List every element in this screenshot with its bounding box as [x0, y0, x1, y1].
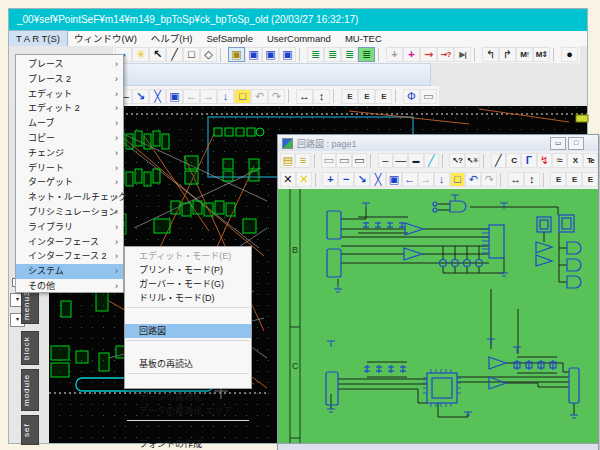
line-thick-icon[interactable]: ▬	[408, 153, 423, 168]
undo-icon[interactable]: ↶	[465, 172, 481, 187]
menu-item-pre-simulation[interactable]: プリシミュレーション ›	[16, 205, 123, 220]
tab-module[interactable]: module	[21, 369, 39, 411]
layer-stack1-icon[interactable]: ≣	[307, 47, 324, 62]
edge-tool1-icon[interactable]: E	[341, 89, 358, 104]
back-icon[interactable]: ←	[183, 89, 200, 104]
rect-tool-icon[interactable]: □	[183, 47, 200, 62]
pick-query-icon[interactable]: ↖?	[449, 153, 464, 168]
mirror-swap-icon[interactable]: M⇕	[533, 47, 550, 62]
layer-stack4-icon[interactable]: ≣	[358, 47, 375, 62]
tab-block[interactable]: block	[21, 331, 39, 365]
text-tool-icon[interactable]: Te	[583, 153, 598, 168]
move-cross-icon[interactable]: +	[386, 47, 403, 62]
draw-line-icon[interactable]: ╱	[491, 153, 506, 168]
reroute-query-icon[interactable]: ⇝?	[437, 47, 454, 62]
edge-tool2-icon[interactable]: E	[566, 172, 582, 187]
fit-height-icon[interactable]: ↕	[313, 89, 330, 104]
maximize-button[interactable]: □	[568, 137, 584, 150]
menu-tart[interactable]: T A R T(S)	[9, 31, 67, 46]
select-arrow-icon[interactable]: ↖	[149, 47, 166, 62]
pan-diagonal-icon[interactable]: ↘	[354, 172, 370, 187]
menu-item-place[interactable]: プレース ›	[16, 57, 123, 72]
menu-item-net-rule-check[interactable]: ネット・ルールチェック ›	[16, 190, 123, 205]
highlight-box-icon[interactable]: □	[450, 172, 466, 187]
zoom-out-icon[interactable]: −	[338, 172, 354, 187]
window-titlebar[interactable]: _00¥sef¥PointSeF¥m14¥m149_bpToSp¥ck_bpTo…	[9, 9, 587, 31]
edge-tool3-icon[interactable]: E	[582, 172, 598, 187]
undo-icon[interactable]: ↶	[251, 89, 268, 104]
zoom-in-icon[interactable]: +	[322, 172, 338, 187]
down-icon[interactable]: ↓	[217, 89, 234, 104]
clear-x-icon[interactable]: ✕	[296, 172, 312, 187]
menu-window[interactable]: ウィンドウ(W)	[67, 31, 144, 46]
select-dots-small-icon[interactable]: ▭	[321, 153, 336, 168]
highlight-box-icon[interactable]: □	[234, 89, 251, 104]
reroute-icon[interactable]: ⇝	[420, 47, 437, 62]
skip-next-icon[interactable]: ▶|	[454, 47, 471, 62]
pad-edit-icon[interactable]: ▣	[262, 47, 279, 62]
mirror-up-icon[interactable]: M↑	[516, 47, 533, 62]
menu-item-interface2[interactable]: インターフェース 2 ›	[16, 249, 123, 264]
edge-tool3-icon[interactable]: E	[375, 89, 392, 104]
schematic-canvas[interactable]: B C	[278, 189, 598, 445]
turn-right-icon[interactable]: ↱	[499, 47, 516, 62]
zoom-frame-icon[interactable]: ▣	[386, 172, 402, 187]
net-flash-icon[interactable]: ↯	[537, 153, 552, 168]
layer-stack3-icon[interactable]: ≣	[341, 47, 358, 62]
menu-help[interactable]: ヘルプ(H)	[144, 31, 200, 46]
turn-left-icon[interactable]: ↰	[482, 47, 499, 62]
fit-height-icon[interactable]: ↕	[524, 172, 540, 187]
line-tool-icon[interactable]: ╱	[166, 47, 183, 62]
submenu-item-drill-mode[interactable]: ドリル・モード(D)	[125, 291, 251, 305]
submenu-item-schematic[interactable]: 回路図	[125, 324, 251, 338]
polygon-tool-icon[interactable]: ◇	[200, 47, 217, 62]
menu-item-edit2[interactable]: エディット 2 ›	[16, 101, 123, 116]
fit-width-icon[interactable]: ↔	[296, 89, 313, 104]
pages-icon[interactable]: ▤	[280, 153, 295, 168]
route-cross-icon[interactable]: +	[403, 47, 420, 62]
menu-item-place2[interactable]: プレース 2 ›	[16, 72, 123, 87]
menu-item-interface[interactable]: インターフェース ›	[16, 235, 123, 250]
fit-width-icon[interactable]: ↔	[508, 172, 524, 187]
menu-item-library[interactable]: ライブラリ ›	[16, 220, 123, 235]
pad-smd-icon[interactable]: ▣	[228, 47, 245, 62]
layer-stack2-icon[interactable]: ≣	[324, 47, 341, 62]
menu-item-target[interactable]: ターゲット ›	[16, 175, 123, 190]
select-dots-large-icon[interactable]: ▭	[352, 153, 367, 168]
down-icon[interactable]: ↓	[434, 172, 450, 187]
teardrop-icon[interactable]: ●	[561, 47, 578, 62]
forward-icon[interactable]: →	[418, 172, 434, 187]
zoom-area-icon[interactable]: ╳	[370, 172, 386, 187]
submenu-item-optimize-data[interactable]: データの最適化	[125, 390, 251, 404]
menu-item-delete[interactable]: デリート ›	[16, 161, 123, 176]
redo-icon[interactable]: ↷	[481, 172, 497, 187]
phi-icon[interactable]: Φ	[403, 89, 420, 104]
submenu-item-reload-board[interactable]: 基板の再読込	[125, 357, 251, 371]
pick-star-icon[interactable]: ↖✳	[465, 153, 480, 168]
line-cyan-icon[interactable]: ╱	[424, 153, 439, 168]
line-medium-icon[interactable]: —	[393, 153, 408, 168]
pad-move-icon[interactable]: ▣	[279, 47, 296, 62]
redo-icon[interactable]: ↷	[268, 89, 285, 104]
close-x-icon[interactable]: ✕	[280, 172, 296, 187]
list-icon[interactable]: ≡	[295, 153, 310, 168]
menu-item-copy[interactable]: コピー ›	[16, 131, 123, 146]
tab-sef[interactable]: sef	[21, 415, 39, 445]
back-icon[interactable]: ←	[402, 172, 418, 187]
delete-net-icon[interactable]: X	[567, 153, 582, 168]
approx-icon[interactable]: ≈	[552, 153, 567, 168]
menu-usercommand[interactable]: UserCommand	[260, 31, 338, 46]
submenu-item-create-font[interactable]: フォントの作成	[125, 437, 251, 450]
draw-step-icon[interactable]: Г	[521, 153, 536, 168]
pad-through-icon[interactable]: ▣	[245, 47, 262, 62]
schematic-titlebar[interactable]: 回路図 : page1 ▭□	[278, 135, 598, 152]
edge-tool2-icon[interactable]: E	[358, 89, 375, 104]
star-icon[interactable]: ✳	[132, 47, 149, 62]
line-thin-icon[interactable]: –	[378, 153, 393, 168]
menu-mutec[interactable]: MU-TEC	[338, 31, 389, 46]
menu-item-change[interactable]: チェンジ ›	[16, 146, 123, 161]
select-dots-medium-icon[interactable]: ▭	[336, 153, 351, 168]
menu-sefsample[interactable]: SefSample	[200, 31, 260, 46]
submenu-item-print-mode[interactable]: プリント・モード(P)	[125, 263, 251, 277]
draw-arc-icon[interactable]: C	[506, 153, 521, 168]
